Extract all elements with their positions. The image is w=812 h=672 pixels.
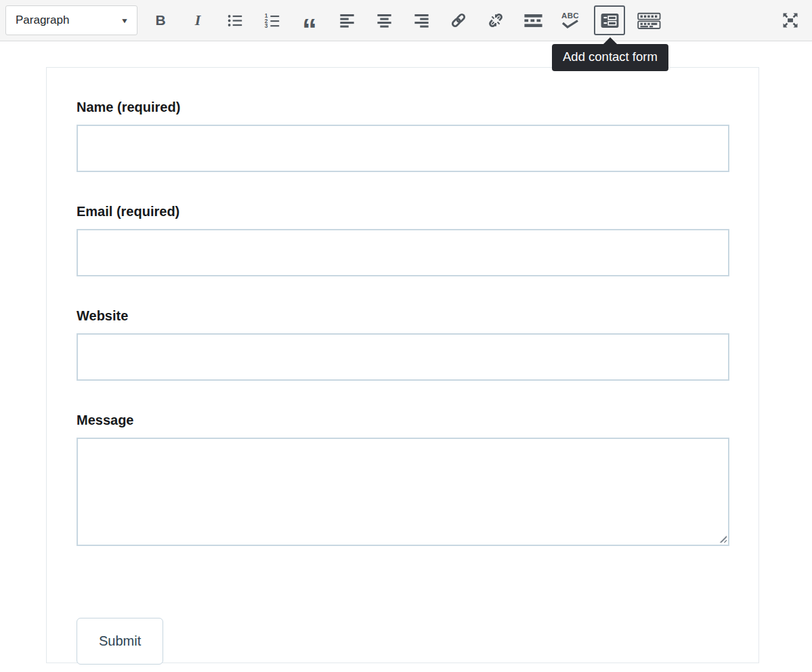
remove-link-button[interactable]	[482, 7, 509, 34]
field-label-message: Message	[77, 412, 729, 429]
align-left-icon	[338, 12, 356, 30]
blockquote-button[interactable]: “	[296, 7, 323, 34]
align-right-button[interactable]	[408, 7, 435, 34]
message-textarea[interactable]	[77, 438, 729, 546]
keyboard-shortcuts-button[interactable]	[635, 7, 662, 34]
fullscreen-icon	[781, 11, 800, 30]
website-input[interactable]	[77, 333, 729, 381]
bullet-list-button[interactable]	[221, 7, 249, 34]
tooltip-text: Add contact form	[563, 49, 658, 64]
field-group-message: Message	[77, 412, 729, 546]
submit-button[interactable]: Submit	[77, 618, 163, 665]
editor-content-area: Name (required) Email (required) Website…	[0, 67, 812, 663]
field-group-website: Website	[77, 308, 729, 381]
bold-button[interactable]: B	[147, 7, 174, 34]
add-contact-form-icon	[599, 12, 620, 30]
italic-button[interactable]: I	[184, 7, 211, 34]
numbered-list-button[interactable]: 1 2 3	[259, 7, 286, 34]
spellcheck-check-icon	[561, 20, 579, 28]
spellcheck-abc-label: ABC	[561, 12, 579, 20]
contact-form-preview: Name (required) Email (required) Website…	[46, 67, 759, 663]
add-contact-form-button[interactable]	[594, 5, 625, 35]
align-center-icon	[375, 12, 393, 30]
add-contact-form-tooltip: Add contact form	[552, 44, 668, 71]
numbered-list-icon: 1 2 3	[263, 12, 282, 30]
email-input[interactable]	[77, 229, 729, 276]
align-right-icon	[412, 12, 431, 30]
field-group-name: Name (required)	[77, 99, 729, 172]
read-more-icon	[523, 12, 543, 29]
chevron-down-icon: ▼	[121, 17, 129, 24]
field-label-website: Website	[77, 308, 729, 324]
keyboard-icon	[637, 12, 661, 30]
field-label-email: Email (required)	[77, 203, 729, 220]
bold-icon: B	[155, 12, 165, 28]
align-center-button[interactable]	[370, 7, 398, 34]
message-textarea-wrap	[77, 438, 729, 546]
field-group-email: Email (required)	[77, 203, 729, 276]
paragraph-dropdown-value: Paragraph	[16, 14, 69, 27]
spellcheck-button[interactable]: ABC	[557, 7, 584, 34]
paragraph-dropdown[interactable]: Paragraph ▼	[5, 5, 137, 35]
align-left-button[interactable]	[333, 7, 360, 34]
bullet-list-icon	[226, 12, 244, 30]
fullscreen-button[interactable]	[777, 7, 804, 34]
insert-link-button[interactable]	[445, 7, 472, 34]
unlink-icon	[486, 11, 505, 30]
editor-toolbar: Paragraph ▼ B I 1 2 3 “	[0, 0, 812, 41]
name-input[interactable]	[77, 125, 729, 172]
field-label-name: Name (required)	[77, 99, 729, 116]
read-more-button[interactable]	[519, 7, 547, 34]
italic-icon: I	[195, 12, 201, 29]
svg-text:3: 3	[264, 22, 268, 28]
link-icon	[449, 11, 468, 30]
